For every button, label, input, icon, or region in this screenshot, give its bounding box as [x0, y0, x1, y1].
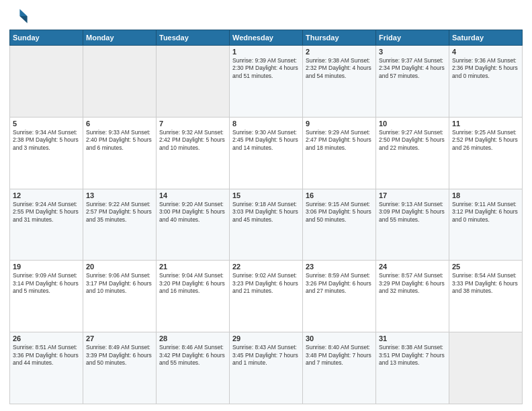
day-info: Sunrise: 9:27 AM Sunset: 2:50 PM Dayligh… — [379, 129, 446, 152]
calendar-cell: 27Sunrise: 8:49 AM Sunset: 3:39 PM Dayli… — [83, 332, 157, 404]
calendar-cell: 8Sunrise: 9:30 AM Sunset: 2:45 PM Daylig… — [230, 117, 303, 189]
day-number: 15 — [232, 191, 300, 199]
day-header-tuesday: Tuesday — [157, 30, 230, 46]
day-info: Sunrise: 8:40 AM Sunset: 3:48 PM Dayligh… — [306, 344, 373, 367]
calendar-cell: 16Sunrise: 9:15 AM Sunset: 3:06 PM Dayli… — [303, 189, 376, 261]
calendar-cell — [157, 46, 230, 118]
svg-marker-1 — [19, 16, 27, 24]
day-number: 10 — [379, 120, 446, 128]
day-number: 9 — [306, 120, 373, 128]
day-number: 27 — [86, 334, 153, 342]
day-info: Sunrise: 9:38 AM Sunset: 2:32 PM Dayligh… — [306, 57, 373, 80]
calendar-cell: 5Sunrise: 9:34 AM Sunset: 2:38 PM Daylig… — [10, 117, 83, 189]
svg-marker-0 — [19, 9, 27, 17]
day-info: Sunrise: 8:51 AM Sunset: 3:36 PM Dayligh… — [13, 344, 80, 367]
day-info: Sunrise: 9:37 AM Sunset: 2:34 PM Dayligh… — [379, 57, 446, 80]
day-number: 20 — [86, 263, 153, 271]
day-info: Sunrise: 9:09 AM Sunset: 3:14 PM Dayligh… — [13, 272, 80, 295]
day-number: 5 — [13, 120, 80, 128]
day-info: Sunrise: 9:18 AM Sunset: 3:03 PM Dayligh… — [232, 201, 300, 224]
calendar-cell: 1Sunrise: 9:39 AM Sunset: 2:30 PM Daylig… — [230, 46, 303, 118]
header — [9, 7, 523, 26]
day-info: Sunrise: 9:20 AM Sunset: 3:00 PM Dayligh… — [159, 201, 226, 224]
calendar-cell: 14Sunrise: 9:20 AM Sunset: 3:00 PM Dayli… — [157, 189, 230, 261]
day-info: Sunrise: 9:29 AM Sunset: 2:47 PM Dayligh… — [306, 129, 373, 152]
day-number: 21 — [159, 263, 226, 271]
calendar-cell: 6Sunrise: 9:33 AM Sunset: 2:40 PM Daylig… — [83, 117, 157, 189]
day-info: Sunrise: 9:36 AM Sunset: 2:36 PM Dayligh… — [452, 57, 519, 80]
day-info: Sunrise: 9:13 AM Sunset: 3:09 PM Dayligh… — [379, 201, 446, 224]
calendar-cell: 28Sunrise: 8:46 AM Sunset: 3:42 PM Dayli… — [157, 332, 230, 404]
logo-icon — [9, 7, 28, 26]
day-number: 23 — [306, 263, 373, 271]
day-number: 29 — [232, 334, 300, 342]
day-number: 13 — [86, 191, 153, 199]
day-info: Sunrise: 9:34 AM Sunset: 2:38 PM Dayligh… — [13, 129, 80, 152]
week-row-2: 5Sunrise: 9:34 AM Sunset: 2:38 PM Daylig… — [10, 117, 523, 189]
day-info: Sunrise: 9:15 AM Sunset: 3:06 PM Dayligh… — [306, 201, 373, 224]
calendar-cell: 21Sunrise: 9:04 AM Sunset: 3:20 PM Dayli… — [157, 261, 230, 332]
day-number: 11 — [452, 120, 519, 128]
day-number: 2 — [306, 48, 373, 56]
week-row-1: 1Sunrise: 9:39 AM Sunset: 2:30 PM Daylig… — [10, 46, 523, 118]
day-info: Sunrise: 8:59 AM Sunset: 3:26 PM Dayligh… — [306, 272, 373, 295]
calendar-cell: 25Sunrise: 8:54 AM Sunset: 3:33 PM Dayli… — [449, 261, 523, 332]
day-info: Sunrise: 9:39 AM Sunset: 2:30 PM Dayligh… — [232, 57, 300, 80]
day-info: Sunrise: 9:22 AM Sunset: 2:57 PM Dayligh… — [86, 201, 153, 224]
day-number: 18 — [452, 191, 519, 199]
calendar-cell: 19Sunrise: 9:09 AM Sunset: 3:14 PM Dayli… — [10, 261, 83, 332]
calendar-cell: 30Sunrise: 8:40 AM Sunset: 3:48 PM Dayli… — [303, 332, 376, 404]
calendar-cell: 26Sunrise: 8:51 AM Sunset: 3:36 PM Dayli… — [10, 332, 83, 404]
day-number: 4 — [452, 48, 519, 56]
calendar-cell — [83, 46, 157, 118]
calendar-cell: 2Sunrise: 9:38 AM Sunset: 2:32 PM Daylig… — [303, 46, 376, 118]
calendar-cell: 31Sunrise: 8:38 AM Sunset: 3:51 PM Dayli… — [376, 332, 449, 404]
calendar-cell: 23Sunrise: 8:59 AM Sunset: 3:26 PM Dayli… — [303, 261, 376, 332]
day-number: 3 — [379, 48, 446, 56]
day-number: 8 — [232, 120, 300, 128]
calendar-cell: 11Sunrise: 9:25 AM Sunset: 2:52 PM Dayli… — [449, 117, 523, 189]
day-header-saturday: Saturday — [449, 30, 523, 46]
day-number: 26 — [13, 334, 80, 342]
day-info: Sunrise: 9:33 AM Sunset: 2:40 PM Dayligh… — [86, 129, 153, 152]
calendar-cell: 12Sunrise: 9:24 AM Sunset: 2:55 PM Dayli… — [10, 189, 83, 261]
day-info: Sunrise: 8:43 AM Sunset: 3:45 PM Dayligh… — [232, 344, 300, 367]
day-header-monday: Monday — [83, 30, 157, 46]
day-number: 28 — [159, 334, 226, 342]
day-info: Sunrise: 9:32 AM Sunset: 2:42 PM Dayligh… — [159, 129, 226, 152]
day-header-friday: Friday — [376, 30, 449, 46]
calendar-cell: 10Sunrise: 9:27 AM Sunset: 2:50 PM Dayli… — [376, 117, 449, 189]
day-number: 24 — [379, 263, 446, 271]
day-number: 6 — [86, 120, 153, 128]
day-number: 19 — [13, 263, 80, 271]
day-info: Sunrise: 8:49 AM Sunset: 3:39 PM Dayligh… — [86, 344, 153, 367]
day-info: Sunrise: 9:24 AM Sunset: 2:55 PM Dayligh… — [13, 201, 80, 224]
day-info: Sunrise: 8:57 AM Sunset: 3:29 PM Dayligh… — [379, 272, 446, 295]
day-number: 7 — [159, 120, 226, 128]
day-info: Sunrise: 9:11 AM Sunset: 3:12 PM Dayligh… — [452, 201, 519, 224]
calendar-cell: 3Sunrise: 9:37 AM Sunset: 2:34 PM Daylig… — [376, 46, 449, 118]
calendar-cell: 18Sunrise: 9:11 AM Sunset: 3:12 PM Dayli… — [449, 189, 523, 261]
day-header-thursday: Thursday — [303, 30, 376, 46]
day-number: 12 — [13, 191, 80, 199]
day-info: Sunrise: 9:02 AM Sunset: 3:23 PM Dayligh… — [232, 272, 300, 295]
calendar-cell — [449, 332, 523, 404]
calendar-cell: 4Sunrise: 9:36 AM Sunset: 2:36 PM Daylig… — [449, 46, 523, 118]
day-number: 16 — [306, 191, 373, 199]
calendar-cell — [10, 46, 83, 118]
day-info: Sunrise: 8:54 AM Sunset: 3:33 PM Dayligh… — [452, 272, 519, 295]
calendar-cell: 29Sunrise: 8:43 AM Sunset: 3:45 PM Dayli… — [230, 332, 303, 404]
day-number: 17 — [379, 191, 446, 199]
day-info: Sunrise: 8:46 AM Sunset: 3:42 PM Dayligh… — [159, 344, 226, 367]
calendar-cell: 20Sunrise: 9:06 AM Sunset: 3:17 PM Dayli… — [83, 261, 157, 332]
calendar-cell: 9Sunrise: 9:29 AM Sunset: 2:47 PM Daylig… — [303, 117, 376, 189]
week-row-4: 19Sunrise: 9:09 AM Sunset: 3:14 PM Dayli… — [10, 261, 523, 332]
calendar-cell: 7Sunrise: 9:32 AM Sunset: 2:42 PM Daylig… — [157, 117, 230, 189]
day-info: Sunrise: 9:30 AM Sunset: 2:45 PM Dayligh… — [232, 129, 300, 152]
header-row: SundayMondayTuesdayWednesdayThursdayFrid… — [10, 30, 523, 46]
page: SundayMondayTuesdayWednesdayThursdayFrid… — [0, 0, 532, 411]
calendar-cell: 15Sunrise: 9:18 AM Sunset: 3:03 PM Dayli… — [230, 189, 303, 261]
logo — [9, 7, 31, 26]
calendar-cell: 24Sunrise: 8:57 AM Sunset: 3:29 PM Dayli… — [376, 261, 449, 332]
calendar-table: SundayMondayTuesdayWednesdayThursdayFrid… — [9, 30, 523, 404]
